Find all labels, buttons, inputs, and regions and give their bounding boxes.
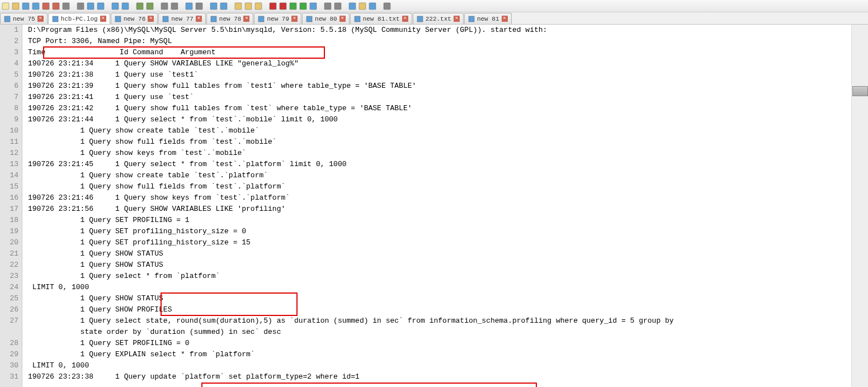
undo-icon[interactable] xyxy=(111,2,120,11)
close-file-icon[interactable] xyxy=(41,2,50,11)
zoom-out-icon[interactable] xyxy=(170,2,179,11)
svg-rect-37 xyxy=(163,16,168,22)
svg-rect-40 xyxy=(306,16,312,22)
bookmark-icon[interactable] xyxy=(234,2,243,11)
tab-new-81-txt[interactable]: new 81.txt× xyxy=(350,13,412,24)
code-line[interactable]: 1 Query show full fields from `test`.`mo… xyxy=(28,136,851,148)
code-line[interactable]: 1 Query SET profiling_history_size = 0 xyxy=(28,226,851,237)
editor-area: 1234567891011121314151617181920212223242… xyxy=(0,25,868,387)
code-line[interactable]: 1 Query SHOW PROFILES xyxy=(28,304,851,315)
code-line[interactable]: LIMIT 0, 1000 xyxy=(28,282,851,293)
macro-record-icon[interactable] xyxy=(268,2,277,11)
code-line-wrap[interactable]: state order by `duration (summed) in sec… xyxy=(28,327,851,338)
zoom-in-icon[interactable] xyxy=(160,2,169,11)
code-line[interactable]: TCP Port: 3306, Named Pipe: MySQL xyxy=(28,36,851,47)
code-line[interactable]: 190726 23:21:41 1 Query use `test` xyxy=(28,92,851,103)
code-line[interactable]: 1 Query SHOW STATUS xyxy=(28,259,851,271)
cut-icon[interactable] xyxy=(76,2,85,11)
tab-hcb-PC-log[interactable]: hcb-PC.log× xyxy=(48,13,110,24)
document-minimap[interactable] xyxy=(851,25,868,387)
macro-play-icon[interactable] xyxy=(289,2,298,11)
close-icon[interactable]: × xyxy=(339,16,346,22)
next-bookmark-icon[interactable] xyxy=(244,2,253,11)
copy-icon[interactable] xyxy=(86,2,95,11)
paste-icon[interactable] xyxy=(96,2,105,11)
tab-label: new 80 xyxy=(315,16,337,22)
code-line[interactable]: 1 Query show create table `test`.`mobile… xyxy=(28,125,851,136)
close-icon[interactable]: × xyxy=(402,16,408,22)
print-icon[interactable] xyxy=(62,2,70,11)
svg-rect-13 xyxy=(147,3,153,10)
tab-222-txt[interactable]: 222.txt× xyxy=(413,13,464,24)
line-number: 14 xyxy=(0,170,18,181)
macro-repeat-icon[interactable] xyxy=(299,2,308,11)
folder-as-workspace-icon[interactable] xyxy=(358,2,367,11)
tab-new-77[interactable]: new 77× xyxy=(158,13,206,24)
code-line[interactable]: 190726 23:21:45 1 Query select * from `t… xyxy=(28,159,851,170)
code-line[interactable]: 190726 23:21:39 1 Query show full tables… xyxy=(28,81,851,92)
close-icon[interactable]: × xyxy=(37,16,44,22)
code-line[interactable]: 190726 23:21:38 1 Query use `test1` xyxy=(28,69,851,81)
code-line[interactable]: 1 Query SHOW STATUS xyxy=(28,248,851,259)
sync-icon[interactable] xyxy=(185,2,194,11)
indent-icon[interactable] xyxy=(209,2,218,11)
code-line[interactable]: Time Id Command Argument xyxy=(28,47,851,58)
doc-map-icon[interactable] xyxy=(368,2,377,11)
save-all-icon[interactable] xyxy=(31,2,40,11)
code-line[interactable]: 190726 23:21:34 1 Query SHOW VARIABLES L… xyxy=(28,58,851,69)
close-all-icon[interactable] xyxy=(51,2,60,11)
line-number: 25 xyxy=(0,293,18,304)
outdent-icon[interactable] xyxy=(219,2,228,11)
close-icon[interactable]: × xyxy=(291,16,298,22)
show-indent-icon[interactable] xyxy=(333,2,342,11)
tab-new-76[interactable]: new 76× xyxy=(111,13,158,24)
replace-icon[interactable] xyxy=(145,2,154,11)
open-file-icon[interactable] xyxy=(11,2,20,11)
tab-new-78[interactable]: new 78× xyxy=(206,13,254,24)
code-line[interactable]: 1 Query SET PROFILING = 1 xyxy=(28,215,851,226)
wrap-icon[interactable] xyxy=(195,2,204,11)
close-icon[interactable]: × xyxy=(243,16,249,22)
tab-new-80[interactable]: new 80× xyxy=(302,13,350,24)
close-icon[interactable]: × xyxy=(502,16,508,22)
show-all-icon[interactable] xyxy=(323,2,332,11)
prev-bookmark-icon[interactable] xyxy=(254,2,263,11)
editor-content[interactable]: D:\Program Files (x86)\MySQL\MySQL Serve… xyxy=(22,25,851,387)
tab-new-81[interactable]: new 81× xyxy=(464,13,512,24)
code-line[interactable]: 190726 23:21:46 1 Query show keys from `… xyxy=(28,192,851,204)
code-line[interactable]: 1 Query show create table `test`.`platfo… xyxy=(28,170,851,181)
macro-stop-icon[interactable] xyxy=(279,2,287,11)
save-file-icon[interactable] xyxy=(21,2,30,11)
close-icon[interactable]: × xyxy=(100,16,106,22)
code-line[interactable]: 1 Query SET PROFILING = 0 xyxy=(28,338,851,349)
line-number: 31 xyxy=(0,371,18,383)
close-icon[interactable]: × xyxy=(196,16,202,22)
line-number: 7 xyxy=(0,92,18,103)
redo-icon[interactable] xyxy=(121,2,130,11)
monitor-icon[interactable] xyxy=(383,2,391,11)
code-line[interactable]: 1 Query show full fields from `test`.`pl… xyxy=(28,181,851,192)
svg-rect-32 xyxy=(369,3,376,10)
code-line[interactable]: D:\Program Files (x86)\MySQL\MySQL Serve… xyxy=(28,25,851,36)
close-icon[interactable]: × xyxy=(454,16,460,22)
code-line[interactable]: 190726 23:21:42 1 Query show full tables… xyxy=(28,103,851,114)
code-line[interactable]: 190726 23:21:44 1 Query select * from `t… xyxy=(28,114,851,125)
code-line[interactable]: 1 Query SHOW STATUS xyxy=(28,293,851,304)
code-line[interactable]: 1 Query show keys from `test`.`mobile` xyxy=(28,148,851,159)
file-icon xyxy=(52,16,59,22)
code-line[interactable]: LIMIT 0, 1000 xyxy=(28,360,851,371)
find-icon[interactable] xyxy=(135,2,144,11)
tab-new-75[interactable]: new 75× xyxy=(0,13,48,24)
code-line[interactable]: 190726 23:23:38 1 Query update `platform… xyxy=(28,371,851,383)
close-icon[interactable]: × xyxy=(148,16,154,22)
code-line[interactable]: 1 Query select * from `platform` xyxy=(28,271,851,282)
code-line[interactable]: 190726 23:21:56 1 Query SHOW VARIABLES L… xyxy=(28,204,851,215)
macro-save-icon[interactable] xyxy=(309,2,318,11)
minimap-viewport[interactable] xyxy=(852,86,868,96)
new-file-icon[interactable] xyxy=(1,2,10,11)
code-line[interactable]: 1 Query EXPLAIN select * from `platform` xyxy=(28,349,851,360)
tab-new-79[interactable]: new 79× xyxy=(254,13,301,24)
function-list-icon[interactable] xyxy=(348,2,357,11)
code-line[interactable]: 1 Query SET profiling_history_size = 15 xyxy=(28,237,851,248)
code-line[interactable]: 1 Query select state, round(sum(duration… xyxy=(28,315,851,327)
